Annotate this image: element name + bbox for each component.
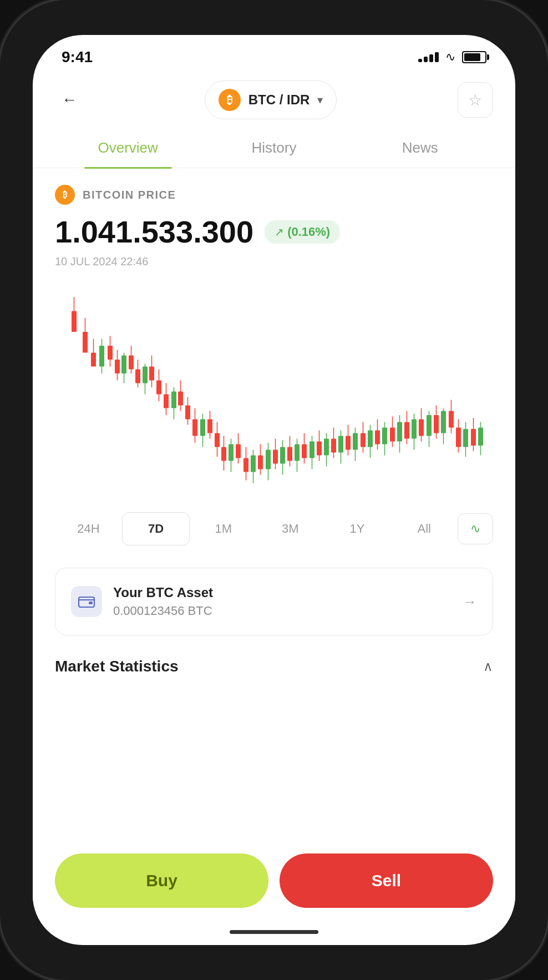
status-icons: ∿ <box>418 50 486 64</box>
content-area: ₿ BITCOIN PRICE 1.041.533.300 ↗ (0.16%) … <box>33 168 515 842</box>
svg-rect-91 <box>404 422 409 439</box>
svg-rect-13 <box>121 356 126 374</box>
svg-rect-25 <box>164 395 169 408</box>
price-change-badge: ↗ (0.16%) <box>265 220 340 244</box>
svg-rect-87 <box>390 428 395 442</box>
asset-card[interactable]: Your BTC Asset 0.000123456 BTC → <box>55 568 493 635</box>
svg-rect-11 <box>115 360 120 373</box>
svg-rect-113 <box>89 602 93 604</box>
svg-rect-75 <box>346 436 351 450</box>
svg-rect-109 <box>471 429 476 446</box>
svg-rect-63 <box>302 444 307 458</box>
svg-rect-83 <box>375 431 380 444</box>
battery-icon <box>462 51 486 63</box>
coin-label-row: ₿ BITCOIN PRICE <box>55 185 493 205</box>
tab-history[interactable]: History <box>201 128 347 168</box>
svg-rect-105 <box>456 428 461 447</box>
svg-rect-35 <box>200 420 205 436</box>
svg-rect-57 <box>280 447 285 464</box>
svg-rect-3 <box>83 332 88 353</box>
svg-rect-31 <box>185 406 190 420</box>
svg-rect-17 <box>135 370 140 383</box>
svg-rect-55 <box>273 450 278 464</box>
price-value: 1.041.533.300 <box>55 214 253 250</box>
market-stats-header[interactable]: Market Statistics ∧ <box>55 658 493 681</box>
svg-rect-45 <box>236 444 241 458</box>
svg-rect-73 <box>338 436 343 453</box>
price-date: 10 JUL 2024 22:46 <box>55 255 493 268</box>
svg-rect-99 <box>434 415 439 433</box>
sell-button[interactable]: Sell <box>280 853 493 908</box>
trend-up-icon: ↗ <box>275 225 284 239</box>
buy-button[interactable]: Buy <box>55 853 268 908</box>
time-filter-7d[interactable]: 7D <box>122 512 190 545</box>
svg-rect-33 <box>192 420 197 436</box>
price-change-text: (0.16%) <box>287 225 330 239</box>
wifi-icon: ∿ <box>445 50 455 64</box>
star-icon: ☆ <box>468 91 482 109</box>
wallet-icon <box>71 586 102 617</box>
svg-rect-15 <box>129 356 134 370</box>
svg-rect-79 <box>361 433 366 447</box>
btc-small-logo: ₿ <box>55 185 75 205</box>
svg-rect-101 <box>441 411 446 433</box>
tab-overview[interactable]: Overview <box>55 128 201 168</box>
time-filter-3m[interactable]: 3M <box>257 513 324 545</box>
back-button[interactable]: ← <box>55 85 84 114</box>
bottom-bar: Buy Sell <box>33 842 515 930</box>
tabs: Overview History News <box>33 128 515 168</box>
time-filter-1y[interactable]: 1Y <box>324 513 391 545</box>
svg-rect-23 <box>156 381 161 395</box>
svg-rect-29 <box>178 392 183 406</box>
svg-rect-103 <box>449 411 454 428</box>
svg-rect-39 <box>215 433 220 447</box>
header: ← ₿ BTC / IDR ▾ ☆ <box>33 72 515 128</box>
asset-title: Your BTC Asset <box>113 585 451 600</box>
svg-rect-107 <box>463 429 468 447</box>
market-stats-title: Market Statistics <box>55 658 179 675</box>
time-filter-1m[interactable]: 1M <box>190 513 257 545</box>
asset-amount: 0.000123456 BTC <box>113 604 451 618</box>
svg-rect-77 <box>353 433 358 450</box>
status-bar: 9:41 ∿ <box>33 35 515 72</box>
svg-rect-81 <box>368 431 373 447</box>
svg-rect-65 <box>309 442 314 458</box>
svg-rect-47 <box>243 458 248 472</box>
time-filter-24h[interactable]: 24H <box>55 513 122 545</box>
chart-type-icon: ∿ <box>470 522 480 536</box>
svg-rect-69 <box>324 439 329 456</box>
svg-rect-95 <box>419 420 424 436</box>
watchlist-button[interactable]: ☆ <box>458 82 493 118</box>
chevron-up-icon: ∧ <box>483 659 493 674</box>
svg-rect-85 <box>382 428 387 444</box>
svg-rect-21 <box>149 367 154 381</box>
time-filters: 24H 7D 1M 3M 1Y All ∿ <box>55 512 493 545</box>
time-filter-all[interactable]: All <box>390 513 458 545</box>
svg-rect-67 <box>317 442 322 456</box>
svg-rect-111 <box>478 428 483 446</box>
svg-rect-7 <box>99 346 104 367</box>
back-arrow-icon: ← <box>62 91 77 109</box>
svg-rect-89 <box>397 422 402 442</box>
tab-news[interactable]: News <box>347 128 493 168</box>
svg-rect-59 <box>287 447 292 461</box>
btc-logo: ₿ <box>219 89 241 111</box>
svg-rect-37 <box>207 420 212 433</box>
svg-rect-53 <box>266 450 271 469</box>
svg-rect-27 <box>171 392 176 408</box>
svg-rect-43 <box>229 444 234 461</box>
chevron-down-icon: ▾ <box>317 93 323 107</box>
home-indicator <box>230 930 318 934</box>
phone-frame: 9:41 ∿ ← ₿ <box>0 0 548 980</box>
pair-label: BTC / IDR <box>248 92 310 108</box>
coin-name: BITCOIN PRICE <box>83 189 176 201</box>
chart-type-button[interactable]: ∿ <box>458 513 493 544</box>
svg-rect-71 <box>331 439 336 453</box>
pair-selector[interactable]: ₿ BTC / IDR ▾ <box>205 80 337 119</box>
asset-arrow-icon: → <box>463 593 477 610</box>
phone-screen: 9:41 ∿ ← ₿ <box>33 35 515 945</box>
svg-rect-93 <box>412 420 417 439</box>
svg-rect-9 <box>108 346 113 360</box>
signal-icon <box>418 52 439 62</box>
svg-rect-1 <box>72 311 77 332</box>
